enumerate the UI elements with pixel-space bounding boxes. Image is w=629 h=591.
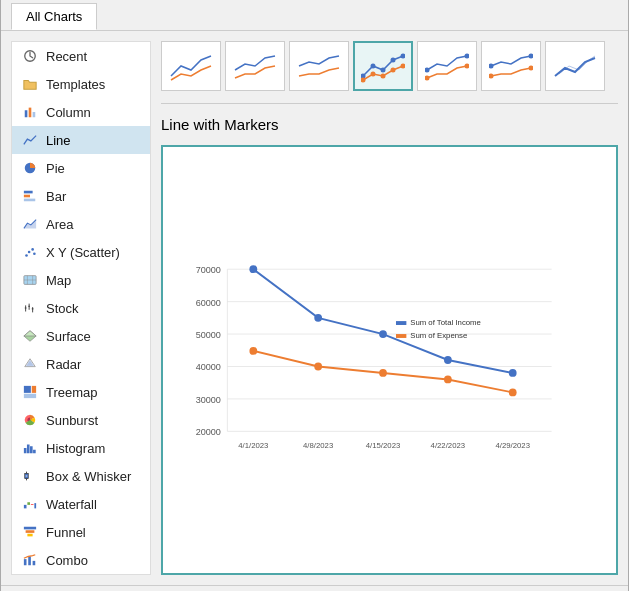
sidebar-item-column[interactable]: Column bbox=[12, 98, 150, 126]
svg-rect-24 bbox=[24, 386, 31, 393]
sidebar-item-histogram[interactable]: Histogram bbox=[12, 434, 150, 462]
sidebar-item-label: Map bbox=[46, 273, 71, 288]
bar-horiz-icon bbox=[22, 188, 38, 204]
sidebar-item-area[interactable]: Area bbox=[12, 210, 150, 238]
svg-point-58 bbox=[425, 76, 430, 81]
svg-marker-23 bbox=[27, 361, 34, 366]
svg-text:4/1/2023: 4/1/2023 bbox=[238, 441, 268, 450]
svg-rect-30 bbox=[30, 446, 33, 453]
chart-type-line-3d[interactable] bbox=[545, 41, 605, 91]
svg-point-92 bbox=[509, 389, 517, 397]
svg-rect-25 bbox=[32, 386, 36, 393]
sidebar-item-funnel[interactable]: Funnel bbox=[12, 518, 150, 546]
svg-rect-43 bbox=[24, 559, 27, 565]
sidebar-item-recent[interactable]: Recent bbox=[12, 42, 150, 70]
svg-point-54 bbox=[391, 68, 396, 73]
insert-chart-dialog: Insert Chart ? ✕ All Charts RecentTempla… bbox=[0, 0, 629, 591]
sidebar-item-line[interactable]: Line bbox=[12, 126, 150, 154]
sidebar-item-waterfall[interactable]: Waterfall bbox=[12, 490, 150, 518]
svg-rect-31 bbox=[33, 450, 36, 454]
map-icon bbox=[22, 272, 38, 288]
svg-point-55 bbox=[401, 64, 406, 69]
sidebar-item-xyscatter[interactable]: X Y (Scatter) bbox=[12, 238, 150, 266]
svg-rect-40 bbox=[24, 527, 36, 530]
sidebar-item-label: Line bbox=[46, 133, 71, 148]
box-icon bbox=[22, 468, 38, 484]
sidebar-item-stock[interactable]: Stock bbox=[12, 294, 150, 322]
svg-point-84 bbox=[314, 314, 322, 322]
main-content: RecentTemplatesColumnLinePieBarAreaX Y (… bbox=[1, 31, 628, 585]
preview-chart: 70000 60000 50000 40000 30000 20000 4/1/… bbox=[169, 153, 610, 567]
chart-type-row bbox=[161, 41, 618, 91]
svg-point-90 bbox=[379, 369, 387, 377]
svg-point-9 bbox=[25, 254, 28, 257]
svg-text:Sum of Total Income: Sum of Total Income bbox=[410, 318, 481, 327]
svg-rect-44 bbox=[28, 557, 31, 566]
sidebar-item-templates[interactable]: Templates bbox=[12, 70, 150, 98]
stock-icon bbox=[22, 300, 38, 316]
right-panel: Line with Markers 70000 60000 bbox=[161, 41, 618, 575]
sidebar-item-label: Area bbox=[46, 217, 73, 232]
svg-point-47 bbox=[371, 64, 376, 69]
svg-rect-42 bbox=[27, 534, 32, 537]
svg-text:50000: 50000 bbox=[196, 330, 221, 340]
sidebar-item-combo[interactable]: Combo bbox=[12, 546, 150, 574]
sidebar-item-surface[interactable]: Surface bbox=[12, 322, 150, 350]
chart-type-line-stacked-markers[interactable] bbox=[417, 41, 477, 91]
sidebar-item-bar[interactable]: Bar bbox=[12, 182, 150, 210]
svg-rect-7 bbox=[24, 199, 35, 202]
svg-text:40000: 40000 bbox=[196, 362, 221, 372]
sidebar-item-pie[interactable]: Pie bbox=[12, 154, 150, 182]
preview-title: Line with Markers bbox=[161, 116, 618, 133]
svg-point-85 bbox=[379, 330, 387, 338]
folder-icon bbox=[22, 76, 38, 92]
sidebar-item-boxwhisker[interactable]: Box & Whisker bbox=[12, 462, 150, 490]
tab-all-charts[interactable]: All Charts bbox=[11, 3, 97, 30]
waterfall-icon bbox=[22, 496, 38, 512]
chart-type-line-markers[interactable] bbox=[353, 41, 413, 91]
svg-point-50 bbox=[401, 54, 406, 59]
svg-text:60000: 60000 bbox=[196, 298, 221, 308]
chart-type-line-100[interactable] bbox=[289, 41, 349, 91]
svg-point-48 bbox=[381, 68, 386, 73]
sidebar-item-label: Combo bbox=[46, 553, 88, 568]
svg-rect-2 bbox=[29, 108, 32, 118]
svg-point-59 bbox=[465, 64, 470, 69]
svg-rect-1 bbox=[25, 110, 28, 117]
preview-area: 70000 60000 50000 40000 30000 20000 4/1/… bbox=[161, 145, 618, 575]
sidebar: RecentTemplatesColumnLinePieBarAreaX Y (… bbox=[11, 41, 151, 575]
sidebar-item-label: Treemap bbox=[46, 385, 98, 400]
svg-point-86 bbox=[444, 356, 452, 364]
svg-point-52 bbox=[371, 72, 376, 77]
sidebar-item-sunburst[interactable]: Sunburst bbox=[12, 406, 150, 434]
sidebar-item-label: Templates bbox=[46, 77, 105, 92]
bar-chart-icon bbox=[22, 104, 38, 120]
svg-point-11 bbox=[31, 248, 34, 251]
sidebar-item-label: X Y (Scatter) bbox=[46, 245, 120, 260]
scatter-icon bbox=[22, 244, 38, 260]
histogram-icon bbox=[22, 440, 38, 456]
pie-chart-icon bbox=[22, 160, 38, 176]
sidebar-item-radar[interactable]: Radar bbox=[12, 350, 150, 378]
sidebar-item-treemap[interactable]: Treemap bbox=[12, 378, 150, 406]
chart-type-line-100-markers[interactable] bbox=[481, 41, 541, 91]
chart-type-line-stacked[interactable] bbox=[225, 41, 285, 91]
sidebar-item-map[interactable]: Map bbox=[12, 266, 150, 294]
svg-point-63 bbox=[529, 66, 534, 71]
svg-point-49 bbox=[391, 58, 396, 63]
svg-point-62 bbox=[489, 74, 494, 79]
treemap-icon bbox=[22, 384, 38, 400]
chart-type-line-basic[interactable] bbox=[161, 41, 221, 91]
svg-rect-3 bbox=[33, 112, 36, 117]
sidebar-item-label: Bar bbox=[46, 189, 66, 204]
svg-rect-95 bbox=[396, 334, 406, 338]
svg-text:4/29/2023: 4/29/2023 bbox=[495, 441, 530, 450]
svg-text:4/8/2023: 4/8/2023 bbox=[303, 441, 333, 450]
svg-point-87 bbox=[509, 369, 517, 377]
svg-point-89 bbox=[314, 363, 322, 371]
sidebar-item-label: Radar bbox=[46, 357, 81, 372]
tab-row: All Charts bbox=[1, 0, 628, 31]
svg-point-10 bbox=[28, 251, 31, 254]
svg-point-61 bbox=[529, 54, 534, 59]
svg-text:30000: 30000 bbox=[196, 395, 221, 405]
